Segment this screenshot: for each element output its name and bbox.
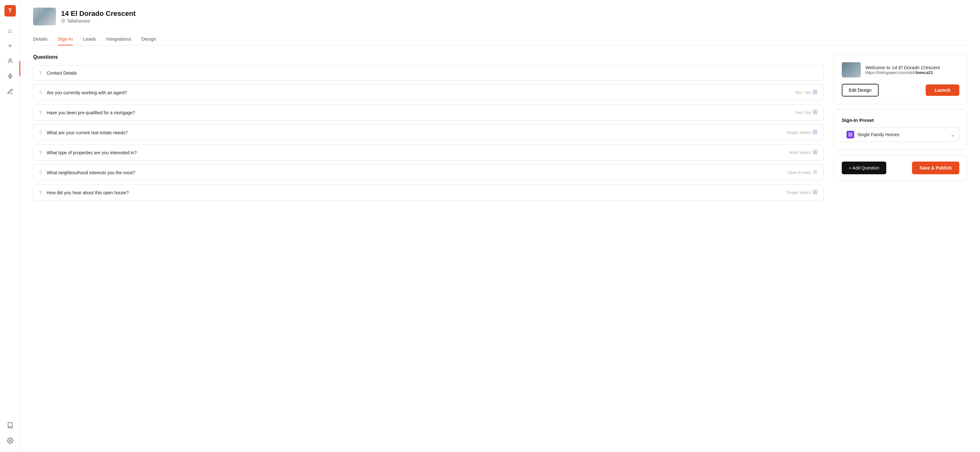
svg-rect-11 — [813, 130, 815, 132]
svg-rect-24 — [813, 192, 815, 194]
tabs-bar: Details Sign-In Leads Integrations Desig… — [33, 33, 967, 45]
question-item[interactable]: ⠿ Are you currently working with an agen… — [33, 84, 824, 101]
question-left: ⠿ What neighbourhood interests you the m… — [39, 170, 135, 175]
drag-handle-icon: ⠿ — [39, 90, 42, 95]
question-type-label: Yes / No — [795, 90, 811, 95]
question-left: ⠿ What type of properties are you intere… — [39, 150, 137, 155]
preview-thumbnail — [842, 62, 861, 78]
app-logo[interactable]: T — [5, 5, 16, 16]
property-thumbnail — [33, 8, 56, 25]
question-left: ⠿ What are your current real estate need… — [39, 130, 127, 135]
question-text: What are your current real estate needs? — [47, 130, 127, 135]
svg-rect-28 — [849, 135, 850, 136]
sidebar: T ⌂ + — [0, 0, 20, 452]
svg-rect-18 — [815, 152, 817, 154]
svg-rect-29 — [851, 135, 852, 136]
type-icon — [813, 89, 818, 95]
svg-rect-23 — [815, 190, 817, 192]
type-icon — [813, 189, 818, 195]
svg-rect-8 — [815, 110, 817, 112]
question-item[interactable]: ⠿ What neighbourhood interests you the m… — [33, 164, 824, 181]
preset-title: Sign-In Preset — [842, 117, 959, 123]
question-text: Are you currently working with an agent? — [47, 90, 127, 95]
welcome-text: Welcome to — [865, 65, 892, 70]
question-text: Have you been pre-qualified for a mortga… — [47, 110, 135, 115]
question-type-label: Single Select — [786, 130, 811, 135]
svg-rect-7 — [813, 110, 815, 112]
type-icon — [813, 109, 818, 116]
question-type: Yes / No — [795, 89, 818, 95]
main-content: 14 El Dorado Crescent Tallahassee Detail… — [20, 0, 980, 452]
svg-rect-16 — [815, 150, 817, 152]
type-icon — [813, 170, 818, 176]
pen-icon[interactable] — [4, 85, 16, 98]
lightning-icon[interactable] — [4, 70, 16, 82]
question-text: Contact Details — [47, 70, 77, 76]
gear-icon[interactable] — [4, 434, 16, 447]
question-type-label: Multi Select — [789, 150, 811, 155]
svg-rect-13 — [813, 132, 815, 134]
property-city: Tallahassee — [67, 18, 90, 24]
svg-rect-6 — [815, 92, 817, 94]
question-left: ⠿ Are you currently working with an agen… — [39, 90, 127, 95]
svg-point-2 — [63, 20, 64, 21]
drag-handle-icon: ⠿ — [39, 190, 42, 195]
svg-rect-9 — [813, 113, 815, 114]
preset-icon — [846, 131, 854, 138]
preset-dropdown[interactable]: Single Family Homes ⌄ — [842, 127, 959, 142]
question-item[interactable]: ⠿ Have you been pre-qualified for a mort… — [33, 104, 824, 121]
svg-rect-14 — [815, 132, 817, 134]
tab-design[interactable]: Design — [142, 33, 156, 45]
preview-header: Welcome to 14 El Dorado Crescent https:/… — [842, 62, 959, 78]
question-left: ⠿ Have you been pre-qualified for a mort… — [39, 110, 135, 115]
preview-url: https://listingopen.com/visit/bweca21 — [865, 70, 940, 75]
home-icon[interactable]: ⌂ — [4, 24, 16, 37]
url-slug: bweca21 — [916, 70, 933, 75]
drag-handle-icon: ⠿ — [39, 150, 42, 155]
svg-rect-12 — [815, 130, 817, 132]
add-question-button[interactable]: + Add Question — [842, 162, 886, 174]
svg-rect-10 — [815, 113, 817, 114]
question-type-label: Yes / No — [795, 110, 811, 115]
question-item[interactable]: ⠿ What type of properties are you intere… — [33, 144, 824, 161]
type-icon — [813, 149, 818, 155]
question-type-label: Single Select — [786, 190, 811, 195]
question-text: What neighbourhood interests you the mos… — [47, 170, 135, 175]
svg-rect-15 — [813, 150, 815, 152]
tab-sign-in[interactable]: Sign-In — [58, 33, 73, 45]
questions-section: Questions ⠿ Contact Details ⠿ Are you cu… — [33, 54, 824, 204]
question-item[interactable]: ⠿ How did you hear about this open house… — [33, 184, 824, 201]
tab-leads[interactable]: Leads — [83, 33, 96, 45]
question-item[interactable]: ⠿ What are your current real estate need… — [33, 124, 824, 141]
svg-rect-17 — [813, 152, 815, 154]
question-type: Yes / No — [795, 109, 818, 116]
drag-handle-icon: ⠿ — [39, 170, 42, 175]
book-icon[interactable] — [4, 419, 16, 432]
question-left: ⠿ Contact Details — [39, 70, 77, 76]
save-publish-button[interactable]: Save & Publish — [912, 162, 959, 174]
preview-title: Welcome to 14 El Dorado Crescent — [865, 65, 940, 70]
edit-design-button[interactable]: Edit Design — [842, 84, 879, 97]
tab-details[interactable]: Details — [33, 33, 48, 45]
tab-integrations[interactable]: Integrations — [106, 33, 131, 45]
preview-text: Welcome to 14 El Dorado Crescent https:/… — [865, 65, 940, 75]
question-type: Open Ended — [788, 170, 818, 176]
property-name: 14 El Dorado Crescent — [61, 10, 136, 18]
question-item[interactable]: ⠿ Contact Details — [33, 65, 824, 81]
preset-card: Sign-In Preset Single Family Homes ⌄ — [834, 109, 967, 150]
type-icon — [813, 130, 818, 136]
launch-button[interactable]: Launch — [926, 84, 959, 96]
svg-rect-5 — [813, 92, 815, 94]
question-type: Single Select — [786, 130, 818, 136]
question-type: Multi Select — [789, 149, 818, 155]
person-icon[interactable] — [4, 55, 16, 67]
drag-handle-icon: ⠿ — [39, 130, 42, 135]
svg-rect-27 — [851, 133, 852, 134]
questions-title: Questions — [33, 54, 824, 60]
property-info: 14 El Dorado Crescent Tallahassee — [61, 10, 136, 24]
preview-card: Welcome to 14 El Dorado Crescent https:/… — [834, 54, 967, 105]
right-panel: Welcome to 14 El Dorado Crescent https:/… — [834, 54, 967, 204]
svg-point-0 — [9, 59, 11, 61]
add-icon[interactable]: + — [4, 40, 16, 52]
svg-rect-3 — [813, 90, 815, 92]
